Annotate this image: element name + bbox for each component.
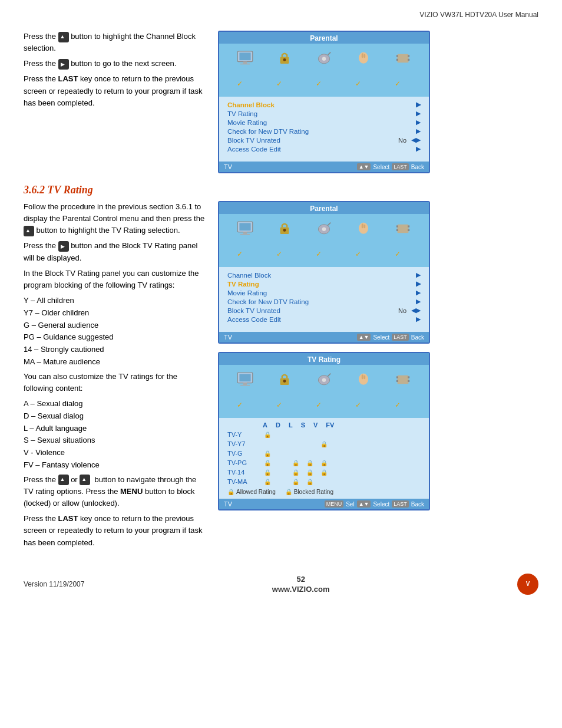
- section1-para3: Press the LAST key once to return to the…: [24, 73, 206, 108]
- screen1-icons-top: [219, 44, 429, 71]
- footer-back-3: Back: [411, 501, 424, 508]
- screen1-footer-btns: ▲▼ Select LAST Back: [357, 163, 424, 170]
- svg-line-8: [328, 52, 330, 55]
- label-tv14: TV-14: [227, 469, 258, 476]
- svg-rect-59: [408, 376, 409, 378]
- footer-last-btn-3: LAST: [392, 500, 409, 508]
- rating-col-headers: A D L S V FV: [263, 421, 421, 429]
- icon-check2: ✓: [272, 72, 297, 94]
- cell-tvpg-l: 🔒: [291, 459, 300, 467]
- icon-check-c4: ✓: [351, 393, 376, 416]
- lock-tvpg-s: 🔒: [306, 460, 313, 466]
- lock-tv14-a: 🔒: [264, 469, 271, 476]
- rating-row-tvpg: TV-PG 🔒 🔒 🔒 🔒: [227, 458, 421, 467]
- legend-blocked: 🔒 Blocked Rating: [285, 489, 333, 495]
- nav-right-icon: [58, 59, 69, 70]
- menu2-label-channel: Channel Block: [227, 272, 271, 279]
- footer-sel-label: Sel: [346, 501, 354, 508]
- icon-tv: [233, 47, 257, 70]
- label-tvy: TV-Y: [227, 431, 258, 438]
- svg-rect-38: [408, 229, 409, 231]
- svg-rect-1: [239, 52, 250, 60]
- col-s: S: [301, 421, 305, 429]
- block-unrated-value-2: No: [398, 307, 406, 314]
- footer-last-btn-2: LAST: [392, 334, 409, 341]
- menu2-tv-rating: TV Rating ▶: [227, 279, 421, 288]
- last-key-1: LAST: [58, 74, 78, 83]
- cell-tvy-l: [291, 430, 300, 439]
- cell-tvy-s: [305, 430, 315, 439]
- icon-check-b1: ✓: [233, 242, 257, 265]
- legend-allowed-icon: 🔒: [227, 489, 234, 495]
- section2-left-col: Follow the procedure in the previous sec…: [24, 201, 206, 552]
- screen1-icons-bottom: ✓ ✓ ✓ ✓: [219, 71, 429, 97]
- satellite-svg: [315, 50, 333, 67]
- menu2-label-blockunrated: Block TV Unrated: [227, 307, 280, 314]
- screen2-footer-tv: TV: [224, 334, 232, 341]
- section2-nav-para: Press the or button to navigate through …: [24, 474, 206, 509]
- col-d: D: [276, 421, 280, 429]
- legend-allowed: 🔒 Allowed Rating: [227, 489, 276, 495]
- svg-point-27: [283, 229, 286, 232]
- screen1-title: Parental: [219, 32, 429, 44]
- svg-line-52: [328, 374, 330, 377]
- tv-ratings-list: Y – All children Y7 – Older children G –…: [24, 295, 206, 368]
- block-unrated-value: No: [398, 137, 406, 144]
- label-tvg: TV-G: [227, 450, 258, 457]
- svg-rect-10: [362, 53, 363, 58]
- icon-lock: [272, 47, 297, 70]
- nav-up-icon-3: [58, 475, 69, 485]
- lock-tvg: 🔒: [264, 450, 271, 457]
- lock-tv14-l: 🔒: [292, 469, 299, 476]
- svg-rect-3: [240, 64, 250, 65]
- lock-tvpg-a: 🔒: [264, 460, 271, 466]
- menu2-block-unrated: Block TV Unrated No ◀▶: [227, 306, 421, 315]
- menu-item-block-unrated: Block TV Unrated No ◀▶: [227, 136, 421, 144]
- menu-label-movie-rating: Movie Rating: [227, 119, 267, 126]
- icon-hand-2: [351, 218, 376, 240]
- check3-svg: ✓: [315, 75, 333, 91]
- menu2-label-checkdtv: Check for New DTV Rating: [227, 298, 309, 305]
- cell-tvy7-v: 🔒: [319, 440, 329, 448]
- icon-check-b5: ✓: [391, 242, 415, 265]
- icon-check-b4: ✓: [351, 242, 376, 265]
- svg-text:✓: ✓: [395, 250, 401, 258]
- nav-right-icon-2: [58, 241, 69, 252]
- svg-rect-16: [408, 59, 409, 61]
- col-v: V: [313, 421, 318, 429]
- cell-tvy-v: [319, 430, 329, 439]
- arrow-movie-rating: ▶: [416, 118, 421, 126]
- cell-tvg-fv: [333, 449, 343, 457]
- svg-text:✓: ✓: [316, 80, 322, 87]
- parental-screen-2: Parental: [218, 201, 430, 344]
- content-d: D – Sexual dialog: [24, 410, 206, 423]
- section1: Press the button to highlight the Channe…: [0, 25, 562, 173]
- lock-tvma-l: 🔒: [292, 479, 299, 485]
- cell-tvma-v: [319, 477, 329, 486]
- content-v: V - Violence: [24, 447, 206, 459]
- svg-rect-33: [364, 225, 365, 228]
- arrow2-movie: ▶: [416, 289, 421, 297]
- cell-tvy7-l: [291, 440, 300, 448]
- svg-text:✓: ✓: [316, 250, 322, 258]
- svg-rect-46: [243, 383, 246, 385]
- icon-lock-3: [272, 368, 297, 391]
- svg-rect-15: [408, 55, 409, 57]
- menu2-label-movie: Movie Rating: [227, 289, 267, 297]
- col-l: L: [289, 421, 293, 429]
- svg-text:✓: ✓: [276, 401, 282, 409]
- footer-page: 52: [296, 575, 305, 584]
- arrow2-channel: ▶: [416, 271, 421, 279]
- cell-tvma-s: 🔒: [305, 477, 315, 486]
- legend-allowed-label: Allowed Rating: [236, 489, 276, 495]
- col-a: A: [263, 421, 267, 429]
- cell-tv14-d: [277, 468, 286, 476]
- menu-label-check-dtv: Check for New DTV Rating: [227, 128, 309, 135]
- svg-rect-35: [396, 225, 398, 227]
- rating-icons-top: [219, 365, 429, 392]
- cell-tvy7-d: [277, 440, 286, 448]
- content-l: L – Adult language: [24, 423, 206, 435]
- tv-rating-screen: TV Rating: [218, 352, 430, 510]
- footer-nav-btn-3: ▲▼: [357, 500, 371, 508]
- svg-rect-57: [396, 376, 398, 378]
